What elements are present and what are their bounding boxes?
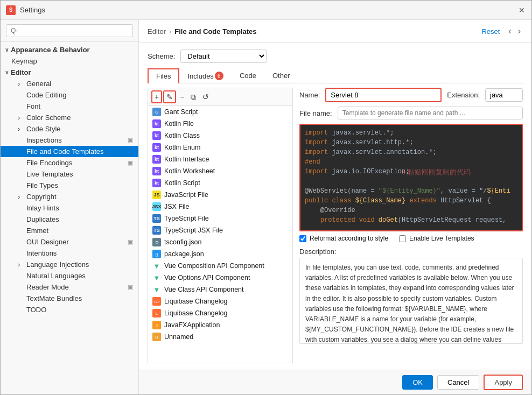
list-item[interactable]: kt Kotlin Class [148, 130, 292, 142]
kotlin-icon: kt [152, 119, 161, 128]
extension-input[interactable] [485, 88, 523, 102]
list-item[interactable]: TS TypeScript JSX File [148, 224, 292, 236]
bottom-bar: OK Cancel Apply [139, 370, 531, 394]
sidebar-item-editor[interactable]: ∨ Editor [1, 67, 138, 78]
search-input[interactable] [6, 24, 133, 37]
forward-button[interactable]: › [516, 25, 523, 37]
extension-label: Extension: [447, 91, 480, 99]
tab-files[interactable]: Files [148, 68, 179, 83]
tab-code[interactable]: Code [232, 68, 264, 83]
sidebar-item-live-templates[interactable]: Live Templates [1, 168, 138, 180]
breadcrumb: Editor › File and Code Templates [148, 27, 257, 36]
description-label: Description: [299, 248, 523, 256]
apply-button[interactable]: Apply [484, 375, 523, 390]
code-editor[interactable]: import javax.servlet.*; import javax.ser… [299, 124, 523, 231]
sidebar-item-gui-designer[interactable]: GUI Designer ▣ [1, 236, 138, 248]
sidebar-item-font[interactable]: Font [1, 101, 138, 112]
list-item[interactable]: U Unnamed [148, 331, 292, 343]
list-item[interactable]: ▼ Vue Class API Component [148, 284, 292, 295]
list-item[interactable]: TS TypeScript File [148, 213, 292, 224]
sidebar-item-code-editing[interactable]: Code Editing [1, 89, 138, 101]
copy-file-button[interactable]: ⧉ [188, 91, 199, 103]
filename-row: File name: [299, 107, 523, 119]
cancel-button[interactable]: Cancel [437, 375, 479, 390]
ok-button[interactable]: OK [402, 375, 433, 390]
list-item[interactable]: G Gant Script [148, 106, 292, 118]
list-item[interactable]: ▼ Vue Options API Component [148, 272, 292, 284]
sidebar-item-color-scheme[interactable]: › Color Scheme [1, 112, 138, 123]
list-item[interactable]: kt Kotlin Enum [148, 142, 292, 153]
filename-input[interactable] [338, 107, 523, 119]
reformat-checkbox[interactable] [299, 235, 306, 242]
breadcrumb-current: File and Code Templates [174, 27, 256, 36]
back-button[interactable]: ‹ [506, 25, 513, 37]
list-item[interactable]: ⚙ tsconfig.json [148, 236, 292, 248]
file-item-label: Kotlin Script [164, 179, 200, 187]
file-item-label: JavaFXApplication [164, 321, 220, 329]
tab-includes-label: Includes6 [187, 72, 223, 80]
header-actions: Reset ‹ › [481, 25, 523, 37]
sidebar-item-inspections[interactable]: Inspections ▣ [1, 135, 138, 146]
file-item-label: Gant Script [164, 108, 198, 116]
sidebar-item-label: File and Code Templates [26, 147, 104, 156]
name-input[interactable] [325, 88, 442, 102]
list-item[interactable]: kt Kotlin File [148, 118, 292, 130]
list-item[interactable]: JSX JSX File [148, 201, 292, 213]
title-bar: S Settings ✕ [1, 1, 531, 20]
live-templates-label[interactable]: Enable Live Templates [409, 235, 474, 242]
sidebar-item-label: Editor [11, 68, 31, 76]
sidebar-item-language-injections[interactable]: › Language Injections [1, 259, 138, 270]
sidebar-item-copyright[interactable]: › Copyright [1, 191, 138, 202]
sidebar-item-emmet[interactable]: Emmet [1, 225, 138, 236]
close-button[interactable]: ✕ [517, 6, 526, 15]
sidebar-item-intentions[interactable]: Intentions [1, 248, 138, 259]
expand-icon: › [18, 260, 24, 269]
list-item[interactable]: {} package.json [148, 248, 292, 260]
sidebar-item-textmate[interactable]: TextMate Bundles [1, 293, 138, 304]
list-item[interactable]: JS JavaScript File [148, 189, 292, 201]
sidebar-item-file-templates[interactable]: File and Code Templates [1, 146, 138, 157]
sidebar-item-label: Appearance & Behavior [11, 46, 90, 54]
sidebar-item-duplicates[interactable]: Duplicates [1, 214, 138, 225]
sidebar-item-file-types[interactable]: File Types [1, 180, 138, 191]
file-item-label: Kotlin Interface [164, 156, 209, 163]
list-item[interactable]: kt Kotlin Interface [148, 153, 292, 165]
list-item[interactable]: kt Kotlin Worksheet [148, 165, 292, 177]
tab-includes[interactable]: Includes6 [179, 68, 231, 83]
remove-file-button[interactable]: − [177, 91, 187, 103]
live-templates-checkbox[interactable] [399, 235, 406, 242]
main-layout: ∨ Appearance & Behavior Keymap ∨ Editor … [1, 20, 531, 394]
scheme-select[interactable]: Default Project [180, 50, 267, 63]
list-item[interactable]: ▼ Vue Composition API Component [148, 260, 292, 272]
file-item-label: TypeScript File [164, 215, 209, 222]
file-item-label: Kotlin File [164, 120, 194, 128]
sidebar-item-code-style[interactable]: › Code Style [1, 123, 138, 135]
list-item[interactable]: L Liquibase Changelog [148, 307, 292, 319]
sidebar-item-file-encodings[interactable]: File Encodings ▣ [1, 157, 138, 168]
sidebar-item-reader-mode[interactable]: Reader Mode ▣ [1, 281, 138, 293]
list-item[interactable]: J JavaFXApplication [148, 319, 292, 331]
file-item-label: JavaScript File [164, 191, 208, 199]
code-line: public class ${Class_Name} extends HttpS… [305, 196, 517, 206]
js-icon: JS [152, 191, 161, 199]
sidebar-item-natural-languages[interactable]: Natural Languages [1, 270, 138, 281]
search-box [1, 20, 138, 42]
tab-other[interactable]: Other [264, 68, 298, 83]
sidebar-item-general[interactable]: › General [1, 78, 138, 89]
sidebar-item-label: Duplicates [26, 215, 59, 223]
add-file-button[interactable]: + [151, 90, 162, 103]
sidebar-item-inlay-hints[interactable]: Inlay Hints [1, 202, 138, 214]
edit-file-button[interactable]: ✎ [163, 90, 176, 103]
sidebar-item-keymap[interactable]: Keymap [1, 55, 138, 67]
sidebar-item-label: Reader Mode [26, 283, 69, 291]
panel-icon: ▣ [128, 159, 133, 166]
reset-file-button[interactable]: ↺ [200, 91, 212, 103]
file-list-section: + ✎ − ⧉ ↺ G Gant Script k [148, 88, 293, 363]
sidebar-item-todo[interactable]: TODO [1, 304, 138, 315]
reset-link[interactable]: Reset [481, 27, 500, 36]
sidebar-item-appearance[interactable]: ∨ Appearance & Behavior [1, 44, 138, 55]
list-item[interactable]: kt Kotlin Script [148, 177, 292, 189]
file-item-label: Kotlin Class [164, 132, 200, 139]
reformat-label[interactable]: Reformat according to style [310, 235, 388, 242]
list-item[interactable]: </> Liquibase Changelog [148, 295, 292, 307]
